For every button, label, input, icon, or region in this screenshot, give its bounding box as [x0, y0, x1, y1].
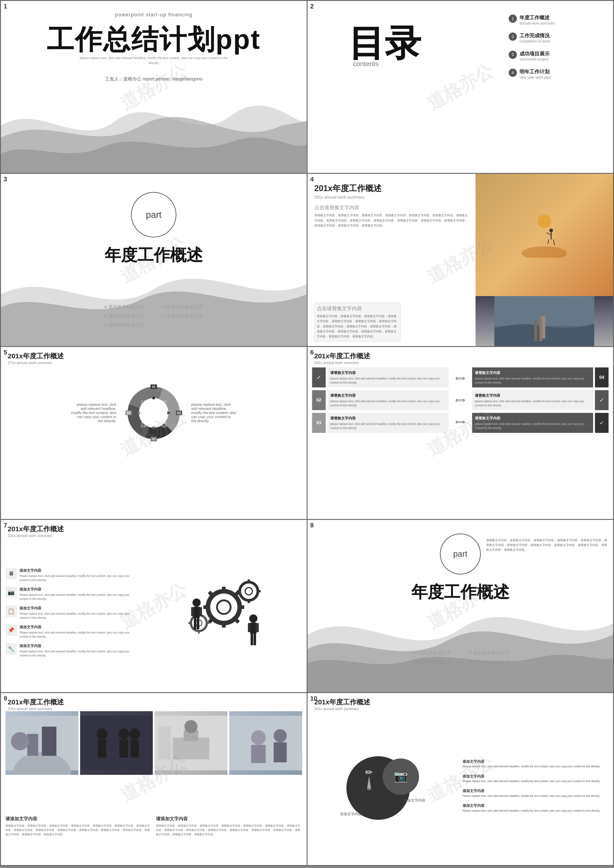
slide4-bottom-title: 点击请替换文字内容	[317, 305, 398, 312]
slide6-title-zh: 201x年度工作概述	[315, 352, 371, 361]
svg-rect-31	[222, 587, 226, 593]
slide-num-3: 3	[4, 176, 7, 183]
slide5-chart-area: please replace text, click add relevant …	[16, 365, 291, 460]
slide-4: 4 道格亦公 201x年度工作概述 201x annual work summa…	[308, 174, 613, 346]
slide7-item-3: 📋 添加文字内容 Please replace text, click add …	[5, 605, 139, 620]
slide9-text-2: 请添加文字内容 请替换文字内容，请替换文字内容，请替换文字内容，请替换文字内容，…	[156, 815, 302, 860]
svg-rect-88	[367, 788, 371, 790]
slide1-wave	[1, 78, 307, 173]
svg-point-39	[240, 582, 258, 600]
svg-rect-11	[534, 321, 537, 341]
slide9-photo-4	[229, 711, 302, 775]
svg-text:文字: 文字	[141, 400, 146, 403]
svg-point-1	[522, 246, 567, 258]
slide4-content-body: 请替换文字内容，请替换文字内容，请替换文字内容，请替换文字内容，请替换文字内容，…	[315, 213, 469, 228]
slide-num-7: 7	[4, 522, 7, 529]
slide7-text-5: 添加文字内容 Please replace text, click add re…	[20, 643, 139, 658]
svg-rect-74	[130, 739, 139, 758]
slide7-item-4: 📌 添加文字内容 Please replace text, click add …	[5, 624, 139, 639]
svg-rect-59	[248, 623, 251, 632]
slide6-box-03: 请替换文字内容 please replace text, click add r…	[327, 413, 448, 433]
svg-point-67	[11, 732, 29, 750]
slide-2: 2 道格亦公 目录 contents 1 年度工作概述 annual work …	[308, 1, 613, 173]
slide-num-2: 2	[310, 3, 314, 10]
svg-text:添加文字内容: 添加文字内容	[403, 798, 425, 802]
slide10-content: ✏ 📷 添加文字内容 添加文字内容 添加文字内容 Please replace …	[312, 711, 609, 860]
svg-rect-52	[194, 607, 200, 618]
slide7-content: 🖥 添加文字内容 Please replace text, click add …	[5, 538, 302, 688]
slide10-circles: ✏ 📷 添加文字内容 添加文字内容	[312, 711, 458, 860]
svg-point-78	[185, 720, 198, 733]
slide4-image2	[476, 296, 613, 346]
svg-rect-82	[251, 745, 265, 763]
slide-10: 10 道格亦公 201x年度工作概述 201x annual work summ…	[308, 693, 613, 865]
svg-rect-65	[27, 734, 38, 756]
slide-num-4: 4	[310, 176, 314, 183]
slide6-box-05: 请替换文字内容 please replace text, click add r…	[472, 390, 593, 410]
slide6-box-01-check: ✓	[312, 367, 326, 387]
svg-text:文字: 文字	[141, 422, 146, 425]
svg-point-30	[217, 600, 231, 614]
svg-line-5	[548, 240, 549, 244]
slide7-text-2: 添加文字内容 Please replace text, click add re…	[20, 587, 139, 601]
svg-line-6	[554, 240, 555, 245]
svg-rect-62	[254, 634, 256, 645]
slide8-side-text: 请替换文字内容，请替换文字内容，请替换文字内容，请替换文字内容，请替换文字内容，…	[486, 538, 609, 552]
slide2-title-en: contents	[353, 60, 378, 68]
svg-rect-9	[539, 316, 542, 341]
svg-rect-42	[248, 600, 250, 603]
slide9-photo-2	[80, 711, 153, 775]
toc-num-4: 4	[509, 68, 517, 77]
svg-rect-61	[251, 634, 253, 645]
slide6-right-col: 请替换文字内容 please replace text, click add r…	[472, 367, 609, 433]
svg-text:内容: 内容	[141, 403, 146, 406]
svg-rect-55	[194, 618, 196, 629]
svg-rect-33	[203, 605, 209, 609]
slide10-title-zh: 201x年度工作概述	[315, 698, 371, 707]
svg-text:✏: ✏	[365, 767, 373, 777]
svg-rect-43	[237, 590, 240, 593]
slide3-part-circle: part	[131, 192, 176, 238]
slide5-desc-left: please replace text, click add relevant …	[71, 403, 116, 423]
svg-rect-72	[119, 739, 128, 758]
slide4-title-en: 201x annual work summary	[315, 195, 469, 200]
svg-rect-84	[273, 742, 287, 762]
slide5-title-en: 271x annual work summary	[8, 361, 64, 365]
slide1-subtitle-en: powerpoint start-up financing	[1, 12, 307, 18]
slide4-title-zh: 201x年度工作概述	[315, 183, 469, 194]
slide6-box-05-check: ✓	[595, 390, 609, 410]
slide10-text-items: 添加文字内容 Please replace text, click add re…	[463, 711, 609, 860]
svg-point-73	[129, 728, 140, 739]
slide6-box-02-num: 02	[312, 390, 326, 410]
slide9-title-zh: 201x年度工作概述	[8, 698, 64, 707]
slide6-box-04-num: 04	[595, 367, 609, 387]
toc-num-3: 3	[509, 51, 517, 59]
slide-num-9: 9	[4, 695, 7, 702]
arrow-1: ⟺	[455, 374, 465, 382]
slide3-wave	[1, 269, 307, 346]
slide5-header: 201x年度工作概述 271x annual work summary	[8, 352, 64, 365]
svg-rect-50	[206, 622, 209, 624]
slide1-main-title: 工作总结计划ppt	[1, 21, 307, 58]
svg-rect-53	[191, 607, 194, 616]
slide6-arrows: ⟺ ⟺ ⟺	[451, 367, 470, 433]
toc-num-2: 2	[509, 33, 517, 40]
slide5-desc-right: please replace text, click add relevant …	[191, 403, 237, 423]
slide3-main-title: 年度工作概述	[1, 244, 307, 266]
toc-item-2: 2 工作完成情况 completion of work	[509, 33, 595, 44]
slide10-text-4: 添加文字内容 Please replace text, click add re…	[463, 803, 609, 813]
slide4-image1	[476, 174, 613, 296]
slide5-title-zh: 201x年度工作概述	[8, 352, 64, 361]
svg-rect-10	[542, 316, 545, 339]
arrow-2: ⟺	[455, 396, 465, 404]
slide7-item-2: 📷 添加文字内容 Please replace text, click add …	[5, 587, 139, 601]
svg-rect-34	[239, 605, 244, 609]
svg-line-4	[547, 233, 551, 235]
slide7-item-5: 🔧 添加文字内容 Please replace text, click add …	[5, 643, 139, 658]
slide9-header: 201x年度工作概述 201x annual work summary	[8, 698, 64, 711]
svg-rect-48	[198, 630, 200, 633]
slide7-icon-1: 🖥	[5, 568, 17, 579]
slide10-text-2: 添加文字内容 Please replace text, click add re…	[463, 773, 609, 784]
slide10-text-1: 添加文字内容 Please replace text, click add re…	[463, 759, 609, 769]
toc-item-1: 1 年度工作概述 annual work summary	[509, 14, 595, 26]
